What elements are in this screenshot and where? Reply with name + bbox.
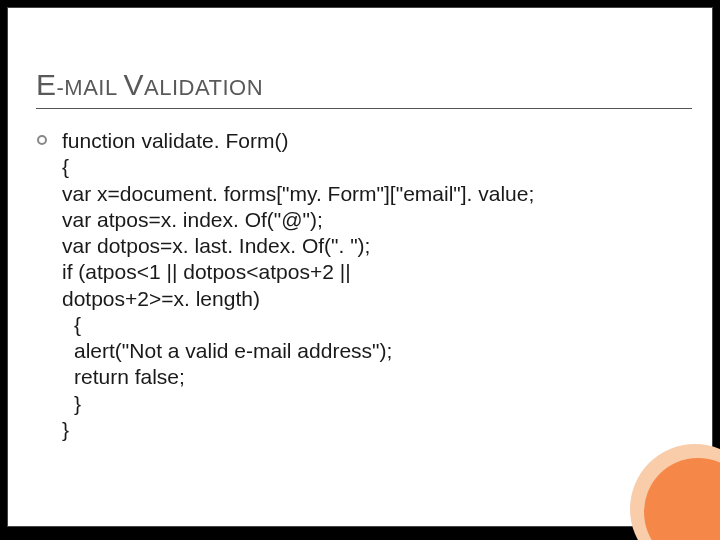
code-line: function validate. Form() [62, 128, 534, 154]
code-line: var dotpos=x. last. Index. Of(". "); [62, 233, 534, 259]
title-segment: E [36, 68, 57, 101]
title-block: E-MAIL VALIDATION [36, 68, 692, 109]
slide-body: function validate. Form(){var x=document… [36, 128, 692, 443]
bullet-icon [36, 134, 48, 146]
code-line: alert("Not a valid e-mail address"); [62, 338, 534, 364]
code-line: { [62, 312, 534, 338]
title-underline [36, 108, 692, 109]
code-line: var atpos=x. index. Of("@"); [62, 207, 534, 233]
title-segment: V [124, 68, 145, 101]
code-line: } [62, 417, 534, 443]
code-line: if (atpos<1 || dotpos<atpos+2 || [62, 259, 534, 285]
code-line: var x=document. forms["my. Form"]["email… [62, 181, 534, 207]
bullet-item: function validate. Form(){var x=document… [36, 128, 692, 443]
code-block: function validate. Form(){var x=document… [62, 128, 534, 443]
code-line: dotpos+2>=x. length) [62, 286, 534, 312]
code-line: } [62, 391, 534, 417]
code-line: { [62, 154, 534, 180]
slide-title: E-MAIL VALIDATION [36, 68, 692, 102]
title-segment: -MAIL [57, 75, 124, 100]
code-line: return false; [62, 364, 534, 390]
title-segment: ALIDATION [144, 75, 263, 100]
slide: E-MAIL VALIDATION function validate. For… [8, 8, 712, 526]
